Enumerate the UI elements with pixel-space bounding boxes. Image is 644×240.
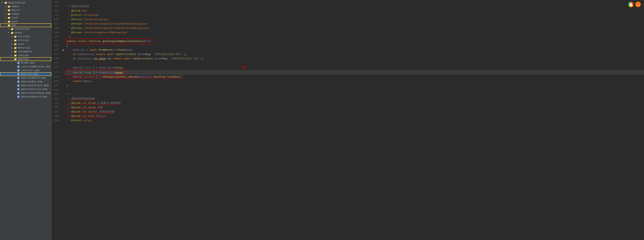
gutter-187 [61, 110, 65, 114]
sidebar-item-index[interactable]: ▶📁index [0, 12, 51, 16]
sidebar-item-live[interactable]: ▶📁live [0, 16, 51, 19]
sidebar-item-application[interactable]: ▼📁application [0, 1, 51, 4]
php-file-icon-SpecialBuy: C [17, 80, 20, 83]
line-number-186: 186 [52, 105, 61, 110]
sidebar-item-activity[interactable]: ▶📁activity [0, 35, 51, 38]
line-content-163: /**获取轻专题内容 [65, 4, 644, 9]
sidebar-item-push[interactable]: ▶📁push [0, 19, 51, 23]
line-content-177: $data['title'] = $special->title;加 [65, 65, 644, 70]
sidebar-item-extra[interactable]: ▶📁extra [0, 8, 51, 12]
line-content-181: } [65, 84, 644, 88]
php-file-icon-LearningRecords: C [17, 65, 20, 68]
line-number-163: 163 [52, 4, 61, 9]
sidebar-item-wap[interactable]: ▼📁wap [0, 23, 51, 27]
code-line-183: 183/** [52, 92, 644, 97]
line-number-171: 171 [52, 39, 61, 43]
line-content-182 [65, 88, 644, 92]
line-number-187: 187 [52, 110, 61, 114]
sidebar-item-material[interactable]: ▶📁material [0, 46, 51, 50]
code-line-171: 171public static function getSingleImgSp… [52, 39, 644, 43]
code-editor[interactable]: 162163/**获取轻专题内容164 * @param $id165 * @r… [52, 0, 644, 240]
sidebar-label-SpecialBuy: SpecialBuy.php [21, 80, 42, 83]
gutter-162 [61, 0, 65, 4]
folder-icon-model: 📁 [10, 31, 14, 34]
line-number-166: 166 [52, 17, 61, 22]
folder-arrow-material: ▶ [10, 47, 14, 49]
line-number-165: 165 [52, 13, 61, 17]
php-file-icon-Special: C [17, 73, 20, 76]
code-line-167: 167 * @throws \think\db\exception\DataNo… [52, 22, 644, 26]
sidebar-item-admin[interactable]: ▶📁admin [0, 4, 51, 8]
folder-arrow-live2: ▶ [10, 43, 14, 45]
php-file-icon-Lecturer: C [17, 69, 20, 72]
sidebar-item-LearningRecords[interactable]: CLearningRecords.php [0, 65, 51, 68]
sidebar-item-article[interactable]: ▶📁article [0, 38, 51, 42]
sidebar-item-recommend[interactable]: ▶📁recommend [0, 50, 51, 53]
sidebar-item-Special[interactable]: CSpecial.php [0, 72, 51, 76]
php-file-icon-Grade: C [17, 62, 20, 64]
sidebar-item-SpecialRecord[interactable]: CSpecialRecord.php [0, 95, 51, 99]
line-content-186: * @param int $page 页码 [65, 105, 644, 110]
folder-arrow-controller: ▶ [7, 28, 10, 30]
gutter-176 [61, 61, 65, 65]
folder-icon-recommend: 📁 [14, 50, 17, 53]
sidebar-label-admin: admin [12, 5, 19, 8]
gutter-179 [61, 75, 65, 79]
sidebar-label-LearningRecords: LearningRecords.php [21, 65, 50, 68]
code-line-174: 174 if (!$special) return self::setError… [52, 52, 644, 57]
php-file-icon-SpecialContent: C [17, 84, 20, 87]
sidebar-item-SpecialExchange[interactable]: CSpecialExchange.php [0, 91, 51, 95]
sidebar-label-controller: controller [15, 27, 30, 30]
code-line-165: 165 * @return array|bool [52, 13, 644, 17]
gutter-169 [61, 30, 65, 35]
sidebar-label-live2: live [18, 42, 24, 45]
gutter-184 [61, 97, 65, 101]
line-number-175: 175 [52, 57, 61, 61]
line-number-176: 176 [52, 61, 61, 65]
sidebar-label-recommend: recommend [18, 50, 32, 53]
line-number-173: 173 [52, 48, 61, 52]
line-number-185: 185 [52, 101, 61, 105]
line-content-170: */ [65, 35, 644, 39]
php-file-icon-SpecialExchange: C [17, 92, 20, 94]
code-line-166: 166 * @throws \think\Exception [52, 17, 644, 22]
sidebar-item-SpecialContent[interactable]: CSpecialContent.php [0, 84, 51, 87]
sidebar-item-Grade[interactable]: CGrade.php [0, 61, 51, 65]
code-line-179: 179 $data['content'] = htmlspecialchars_… [52, 75, 644, 79]
gutter-181 [61, 84, 65, 88]
browser-icons-bar: 🦊 [628, 1, 641, 7]
line-content-176 [65, 61, 644, 65]
line-content-185: * @param int $type 1=收藏,0=我的购买 [65, 101, 644, 105]
sidebar-label-SpecialCourse: SpecialCourse.php [21, 88, 47, 91]
line-content-173: $special = self::PreWhere()->find($id); [65, 48, 644, 52]
sidebar-item-SpecialBuy[interactable]: CSpecialBuy.php [0, 80, 51, 84]
sidebar-label-wap: wap [12, 24, 16, 27]
gutter-174 [61, 52, 65, 57]
sidebar-item-Lecturer[interactable]: CLecturer.php [0, 68, 51, 72]
gutter-173 [61, 48, 65, 52]
code-line-178: 178 $data['image'] = $special->image;← [52, 70, 644, 75]
sidebar-label-SpecialContent: SpecialContent.php [21, 84, 49, 87]
sidebar-label-extra: extra [12, 9, 19, 12]
gutter-177 [61, 65, 65, 70]
sidebar-item-model[interactable]: ▼📁model [0, 31, 51, 35]
gutter-189 [61, 118, 65, 123]
chrome-icon[interactable] [628, 1, 634, 7]
folder-arrow-push: ▶ [4, 20, 7, 23]
folder-icon-live2: 📁 [14, 43, 17, 45]
sidebar-label-SpecialRecord: SpecialRecord.php [21, 95, 47, 98]
sidebar-item-controller[interactable]: ▶📁controller [0, 27, 51, 31]
folder-icon-push: 📁 [7, 20, 11, 23]
line-number-180: 180 [52, 79, 61, 84]
firefox-icon[interactable]: 🦊 [635, 1, 641, 7]
php-file-icon-SpecialRecord: C [17, 95, 20, 98]
sidebar-item-SpecialBatch[interactable]: CSpecialBatch.php [0, 76, 51, 80]
folder-icon-special: 📁 [14, 58, 17, 61]
line-number-189: 189 [52, 118, 61, 123]
sidebar-item-live2[interactable]: ▶📁live [0, 42, 51, 46]
sidebar-item-special[interactable]: ▼📁special [0, 57, 51, 61]
folder-icon-routine: 📁 [14, 54, 17, 57]
sidebar-item-SpecialCourse[interactable]: CSpecialCourse.php [0, 87, 51, 91]
sidebar-item-routine[interactable]: ▶📁routine [0, 53, 51, 57]
sidebar-label-material: material [18, 46, 30, 49]
